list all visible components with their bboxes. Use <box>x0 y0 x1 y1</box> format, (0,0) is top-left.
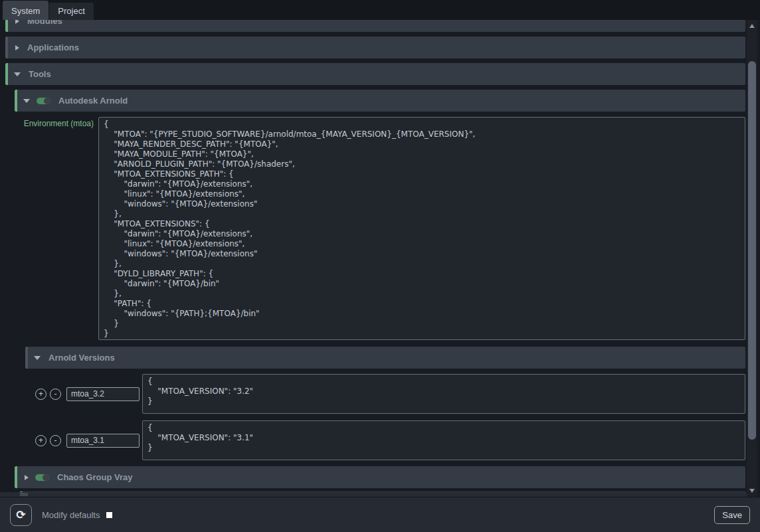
chevron-right-icon <box>15 20 19 24</box>
version-name-input[interactable] <box>66 387 140 401</box>
section-title: Chaos Group Vray <box>57 472 132 482</box>
remove-version-button[interactable]: - <box>50 435 61 446</box>
toggle-knob-icon <box>44 98 50 104</box>
arnold-environment-row: Environment (mtoa) { "MTOA": "{PYPE_STUD… <box>5 117 745 340</box>
refresh-button[interactable]: ⟳ <box>10 504 32 526</box>
section-header-tools[interactable]: Tools <box>5 63 745 85</box>
chevron-down-icon <box>14 72 21 76</box>
section-title: Applications <box>27 43 79 52</box>
horizontal-scrollbar-thumb[interactable] <box>20 493 28 496</box>
arnold-version-row: + - { "MTOA_VERSION": "3.2" } <box>25 374 745 414</box>
chevron-right-icon <box>15 45 19 50</box>
toggle-knob-icon <box>43 474 49 481</box>
save-button[interactable]: Save <box>714 506 750 524</box>
version-environment-editor[interactable]: { "MTOA_VERSION": "3.1" } <box>142 420 745 460</box>
add-version-button[interactable]: + <box>35 389 47 400</box>
version-environment-editor[interactable]: { "MTOA_VERSION": "3.2" } <box>142 374 745 414</box>
vray-enabled-toggle[interactable] <box>35 474 49 481</box>
refresh-icon: ⟳ <box>16 508 25 521</box>
arnold-version-row: + - { "MTOA_VERSION": "3.1" } <box>25 420 745 460</box>
chevron-down-icon <box>23 99 30 103</box>
modify-defaults-label: Modify defaults <box>42 510 100 520</box>
settings-content: Modules Applications Tools Autodesk Arno… <box>0 20 745 497</box>
chevron-right-icon <box>25 475 29 480</box>
section-title: Arnold Versions <box>48 353 115 363</box>
horizontal-scrollbar[interactable] <box>0 492 747 497</box>
tab-project[interactable]: Project <box>49 3 93 20</box>
arnold-enabled-toggle[interactable] <box>37 98 50 104</box>
section-header-arnold-versions[interactable]: Arnold Versions <box>25 347 745 369</box>
section-title: Modules <box>27 20 62 26</box>
settings-tab-bar: System Project <box>0 0 760 20</box>
section-header-autodesk-arnold[interactable]: Autodesk Arnold <box>15 90 745 112</box>
settings-scroll-area: Modules Applications Tools Autodesk Arno… <box>0 20 760 497</box>
section-header-modules[interactable]: Modules <box>5 20 745 32</box>
vertical-scrollbar-thumb[interactable] <box>748 61 756 440</box>
tab-system[interactable]: System <box>3 1 48 20</box>
scroll-up-icon[interactable] <box>749 24 755 28</box>
chevron-down-icon <box>34 356 41 360</box>
section-header-applications[interactable]: Applications <box>5 37 745 58</box>
section-title: Tools <box>29 69 51 79</box>
environment-label: Environment (mtoa) <box>5 117 98 340</box>
scroll-down-icon[interactable] <box>749 489 755 493</box>
remove-version-button[interactable]: - <box>50 389 61 400</box>
add-version-button[interactable]: + <box>35 435 47 446</box>
section-header-chaos-group-vray[interactable]: Chaos Group Vray <box>15 466 745 488</box>
version-name-input[interactable] <box>66 434 140 448</box>
vertical-scrollbar[interactable] <box>747 20 757 497</box>
section-title: Autodesk Arnold <box>58 96 128 106</box>
arnold-environment-editor[interactable]: { "MTOA": "{PYPE_STUDIO_SOFTWARE}/arnold… <box>98 117 745 340</box>
footer-bar: ⟳ Modify defaults Save <box>0 497 760 532</box>
modify-defaults-checkbox[interactable] <box>106 512 112 518</box>
